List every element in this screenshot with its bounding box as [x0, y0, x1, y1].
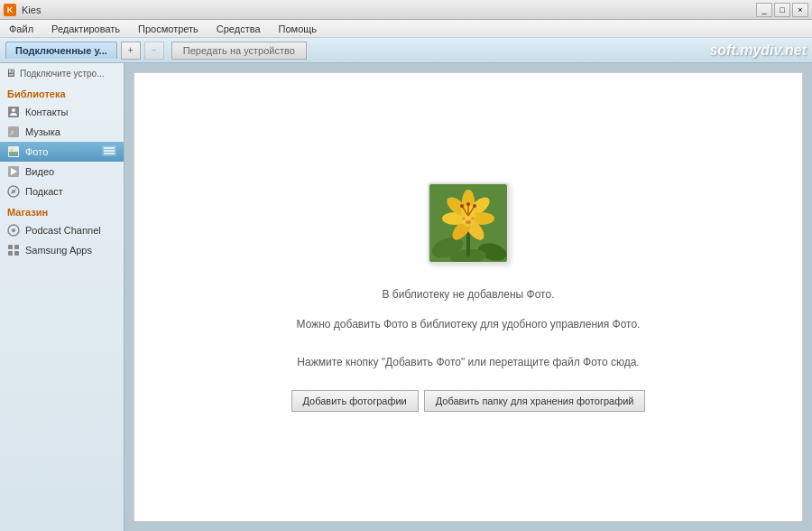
sidebar-item-podcast[interactable]: Подкаст — [0, 182, 124, 201]
svg-point-39 — [473, 204, 476, 208]
close-button[interactable]: × — [792, 3, 808, 17]
svg-point-43 — [471, 217, 475, 219]
add-photos-button[interactable]: Добавить фотографии — [291, 390, 419, 412]
samsung-apps-label: Samsung Apps — [25, 245, 92, 256]
sidebar-item-music[interactable]: ♪ Музыка — [0, 122, 124, 142]
device-icon: 🖥 — [5, 67, 16, 79]
app-title: Kies — [22, 5, 41, 15]
sidebar-item-podcast-channel[interactable]: Podcast Channel — [0, 220, 124, 240]
svg-rect-17 — [8, 245, 13, 249]
podcast-channel-icon — [7, 224, 20, 237]
music-label: Музыка — [25, 126, 60, 137]
apps-icon — [7, 244, 20, 256]
svg-point-6 — [11, 149, 14, 152]
app-icon: K — [4, 4, 16, 16]
menu-view[interactable]: Просмотреть — [133, 22, 204, 36]
sidebar-item-video[interactable]: Видео — [0, 162, 124, 182]
svg-rect-20 — [14, 251, 19, 256]
add-folder-button[interactable]: Добавить папку для хранения фотографий — [424, 390, 646, 412]
tab-connected[interactable]: Подключенные у... — [5, 42, 117, 59]
list-view-toggle[interactable] — [102, 145, 116, 158]
window-controls: _ □ × — [756, 3, 808, 17]
minimize-button[interactable]: _ — [756, 3, 772, 17]
device-section: 🖥 Подключите устро... — [0, 63, 124, 83]
video-label: Видео — [25, 166, 54, 177]
tab-bar: Подключенные у... + − Передать на устрой… — [0, 38, 812, 63]
svg-point-16 — [12, 228, 15, 232]
menu-bar: Файл Редактировать Просмотреть Средства … — [0, 20, 812, 38]
photo-label: Фото — [25, 146, 48, 157]
title-bar: K Kies _ □ × — [0, 0, 812, 20]
transfer-button[interactable]: Передать на устройство — [171, 42, 307, 60]
menu-help[interactable]: Помощь — [273, 22, 323, 36]
empty-text-3: Нажмите кнопку "Добавить Фото" или перет… — [297, 353, 639, 373]
podcast-icon — [7, 185, 20, 198]
contacts-icon — [7, 106, 20, 118]
podcast-channel-label: Podcast Channel — [25, 225, 101, 236]
library-section-header: Библиотека — [0, 83, 124, 102]
sidebar-item-photo[interactable]: Фото — [0, 142, 124, 162]
svg-point-40 — [460, 204, 464, 208]
shop-section-header: Магазин — [0, 201, 124, 220]
music-icon: ♪ — [7, 126, 20, 138]
podcast-label: Подкаст — [25, 186, 63, 197]
photo-icon — [7, 145, 20, 158]
remove-tab-button[interactable]: − — [144, 42, 164, 60]
action-buttons: Добавить фотографии Добавить папку для х… — [291, 390, 646, 412]
sidebar-item-contacts[interactable]: Контакты — [0, 102, 124, 122]
empty-text-2: Можно добавить Фото в библиотеку для удо… — [297, 315, 641, 335]
contacts-label: Контакты — [25, 107, 69, 117]
watermark: soft.mydiv.net — [709, 42, 807, 59]
menu-tools[interactable]: Средства — [211, 22, 266, 36]
svg-rect-18 — [14, 245, 19, 249]
menu-file[interactable]: Файл — [4, 22, 39, 36]
svg-point-1 — [12, 108, 15, 112]
empty-text-1: В библиотеку не добавлены Фото. — [383, 285, 555, 305]
title-bar-left: K Kies — [4, 4, 41, 16]
main-layout: 🖥 Подключите устро... Библиотека Контакт… — [0, 63, 812, 531]
sidebar-item-samsung-apps[interactable]: Samsung Apps — [0, 240, 124, 260]
svg-point-41 — [466, 220, 471, 224]
maximize-button[interactable]: □ — [774, 3, 790, 17]
video-icon — [7, 165, 20, 178]
content-area: В библиотеку не добавлены Фото. Можно до… — [125, 63, 812, 531]
menu-edit[interactable]: Редактировать — [46, 22, 125, 36]
svg-rect-19 — [8, 251, 13, 256]
add-tab-button[interactable]: + — [121, 42, 141, 60]
svg-text:♪: ♪ — [10, 127, 14, 136]
content-panel: В библиотеку не добавлены Фото. Можно до… — [134, 72, 803, 522]
device-label: Подключите устро... — [20, 69, 105, 79]
svg-rect-5 — [9, 152, 18, 156]
photo-placeholder-image — [428, 182, 509, 264]
svg-point-38 — [466, 202, 470, 206]
sidebar: 🖥 Подключите устро... Библиотека Контакт… — [0, 63, 125, 531]
svg-point-42 — [462, 217, 466, 219]
